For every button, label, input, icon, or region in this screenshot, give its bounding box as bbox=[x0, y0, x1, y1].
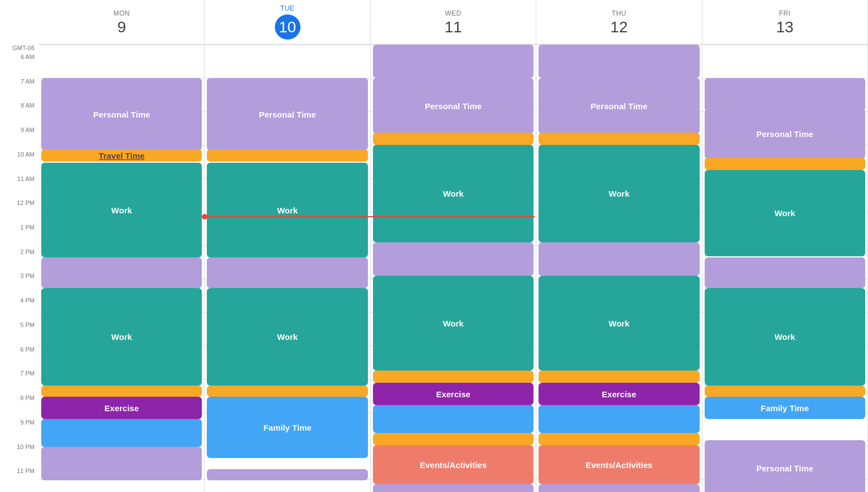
day-number[interactable]: 13 bbox=[776, 20, 793, 35]
time-label: 7 PM bbox=[0, 370, 39, 394]
event-block-block[interactable] bbox=[373, 371, 534, 383]
day-column-fri: Personal TimeWorkWorkFamily TimePersonal… bbox=[702, 45, 868, 492]
day-number[interactable]: 11 bbox=[444, 20, 462, 35]
event-block-events/activities[interactable]: Events/Activities bbox=[539, 445, 699, 484]
event-block-work[interactable]: Work bbox=[705, 170, 865, 256]
event-block-block[interactable] bbox=[539, 242, 699, 276]
day-number[interactable]: 9 bbox=[117, 20, 126, 35]
event-block-block[interactable] bbox=[539, 45, 699, 78]
time-label: 8 PM bbox=[0, 394, 39, 419]
day-column-wed: Personal TimeWorkWorkExerciseEvents/Acti… bbox=[371, 45, 536, 492]
event-block-work[interactable]: Work bbox=[41, 288, 202, 386]
day-header-fri: FRI13 bbox=[702, 0, 868, 44]
time-label: 5 PM bbox=[0, 321, 39, 346]
event-block-block[interactable] bbox=[539, 433, 699, 445]
body-row: Personal TimeTravel TimeWorkWorkExercise… bbox=[39, 45, 868, 492]
event-block-block[interactable] bbox=[207, 149, 367, 162]
event-block-block[interactable] bbox=[373, 433, 534, 445]
event-block-personal-time[interactable]: Personal Time bbox=[705, 109, 865, 159]
day-column-mon: Personal TimeTravel TimeWorkWorkExercise bbox=[39, 45, 205, 492]
time-label: 2 PM bbox=[0, 249, 39, 273]
event-block-block[interactable] bbox=[373, 45, 534, 78]
event-block-personal-time[interactable]: Personal Time bbox=[373, 78, 534, 134]
day-header-wed: WED11 bbox=[371, 0, 536, 44]
event-block-work[interactable]: Work bbox=[207, 163, 367, 257]
event-block-work[interactable]: Work bbox=[41, 163, 202, 257]
hour-line bbox=[702, 45, 867, 45]
event-block-block[interactable] bbox=[705, 78, 865, 111]
event-block-personal-time[interactable]: Personal Time bbox=[705, 440, 865, 492]
event-block-block[interactable] bbox=[41, 419, 202, 447]
event-block-block[interactable] bbox=[207, 386, 367, 397]
event-block-work[interactable]: Work bbox=[539, 276, 699, 371]
time-label: 4 PM bbox=[0, 297, 39, 321]
event-block-family-time[interactable]: Family Time bbox=[207, 397, 367, 458]
day-column-tue: Personal TimeWorkWorkFamily Time bbox=[205, 45, 370, 492]
grid-area: MON9TUE10WED11THU12FRI13 Personal TimeTr… bbox=[39, 0, 868, 492]
time-label: 10 AM bbox=[0, 151, 39, 176]
event-block-block[interactable] bbox=[373, 133, 534, 145]
hour-line bbox=[205, 45, 370, 45]
event-block-block[interactable] bbox=[373, 484, 534, 492]
header-row: MON9TUE10WED11THU12FRI13 bbox=[39, 0, 868, 45]
day-header-tue: TUE10 bbox=[205, 0, 370, 44]
calendar-container: GMT-06 6 AM7 AM8 AM9 AM10 AM11 AM12 PM1 … bbox=[0, 0, 868, 492]
time-label: 1 PM bbox=[0, 224, 39, 249]
event-block-work[interactable]: Work bbox=[539, 145, 699, 242]
event-block-block[interactable] bbox=[41, 257, 202, 288]
day-name: THU bbox=[612, 9, 626, 17]
event-block-work[interactable]: Work bbox=[207, 288, 367, 386]
event-block-block[interactable] bbox=[705, 386, 865, 397]
event-block-personal-time[interactable]: Personal Time bbox=[539, 78, 699, 134]
time-label: 3 PM bbox=[0, 272, 39, 297]
event-block-block[interactable] bbox=[373, 242, 534, 276]
day-number[interactable]: 10 bbox=[275, 14, 300, 40]
event-block-family-time[interactable]: Family Time bbox=[705, 397, 865, 419]
event-block-block[interactable] bbox=[207, 469, 367, 480]
time-label: 7 AM bbox=[0, 78, 39, 103]
time-label: 6 AM bbox=[0, 53, 39, 78]
event-block-travel-time[interactable]: Travel Time bbox=[41, 149, 202, 162]
event-block-block[interactable] bbox=[705, 158, 865, 170]
day-name: WED bbox=[445, 9, 462, 17]
timezone-label: GMT-06 bbox=[0, 45, 39, 51]
time-label: 10 PM bbox=[0, 444, 39, 468]
day-header-thu: THU12 bbox=[536, 0, 702, 44]
time-label: 8 AM bbox=[0, 102, 39, 126]
time-label: 9 PM bbox=[0, 419, 39, 444]
event-block-events/activities[interactable]: Events/Activities bbox=[373, 445, 534, 484]
event-block-block[interactable] bbox=[539, 133, 699, 145]
time-label: 11 AM bbox=[0, 176, 39, 200]
day-name: MON bbox=[113, 9, 130, 17]
time-label: 6 PM bbox=[0, 346, 39, 371]
event-block-work[interactable]: Work bbox=[373, 145, 534, 242]
day-name: FRI bbox=[779, 9, 791, 17]
event-block-block[interactable] bbox=[705, 257, 865, 288]
event-block-personal-time[interactable]: Personal Time bbox=[207, 78, 367, 150]
time-gutter: GMT-06 6 AM7 AM8 AM9 AM10 AM11 AM12 PM1 … bbox=[0, 0, 39, 492]
event-block-exercise[interactable]: Exercise bbox=[41, 397, 202, 419]
event-block-exercise[interactable]: Exercise bbox=[373, 383, 534, 405]
time-label: 11 PM bbox=[0, 467, 39, 492]
event-block-work[interactable]: Work bbox=[705, 288, 865, 386]
day-header-mon: MON9 bbox=[39, 0, 205, 44]
event-block-block[interactable] bbox=[41, 469, 202, 480]
event-block-block[interactable] bbox=[207, 257, 367, 288]
event-block-block[interactable] bbox=[539, 484, 699, 492]
time-label: 9 AM bbox=[0, 126, 39, 151]
day-name: TUE bbox=[280, 4, 295, 12]
event-block-block[interactable] bbox=[41, 386, 202, 397]
event-block-work[interactable]: Work bbox=[373, 276, 534, 371]
event-block-block[interactable] bbox=[539, 405, 699, 433]
day-number[interactable]: 12 bbox=[610, 20, 628, 35]
event-block-personal-time[interactable]: Personal Time bbox=[41, 78, 202, 150]
day-column-thu: Personal TimeWorkWorkExerciseEvents/Acti… bbox=[536, 45, 702, 492]
event-block-block[interactable] bbox=[373, 405, 534, 433]
time-label: 12 PM bbox=[0, 199, 39, 224]
current-time-line bbox=[205, 216, 534, 217]
event-block-exercise[interactable]: Exercise bbox=[539, 383, 699, 405]
event-block-block[interactable] bbox=[539, 371, 699, 383]
hour-line bbox=[39, 45, 204, 45]
